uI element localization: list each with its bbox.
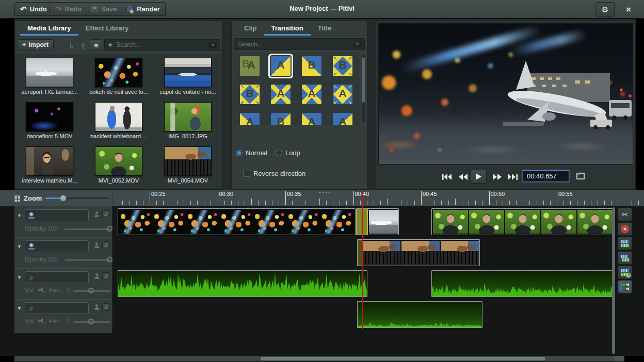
portrait-clip[interactable] — [431, 208, 614, 235]
audio-clip[interactable] — [357, 301, 482, 328]
layer-name-entry[interactable]: ♫ — [25, 302, 89, 314]
mode-radio-normal[interactable] — [236, 150, 243, 156]
transition-tile[interactable]: BA — [240, 56, 260, 76]
layer-name-entry[interactable] — [25, 240, 89, 252]
transition-tile[interactable]: A↖↗↙↘ — [302, 85, 321, 104]
transition-tile[interactable]: A↖↗↙↘ — [240, 113, 260, 125]
play-pause-button[interactable] — [471, 170, 487, 184]
speaker-muted-icon[interactable]: × — [38, 318, 45, 323]
transition-tile[interactable]: B↖↗↙↘ — [271, 113, 291, 125]
transitions-grid: BAABB↖↗↙↘B↖↗↙↘A↖↗↙↘A↖↗↙↘A↖↗↙↘A↖↗↙↘B↖↗↙↘A… — [233, 53, 360, 125]
audio-clip[interactable] — [118, 270, 367, 297]
person-icon[interactable] — [94, 242, 100, 248]
transition-tile[interactable]: B — [302, 56, 321, 76]
save-button[interactable]: Save — [86, 2, 122, 16]
keyboard-clip[interactable] — [357, 239, 480, 266]
redo-button[interactable]: Redo — [50, 2, 87, 16]
group-tool-button[interactable] — [618, 237, 632, 250]
reverse-direction-checkbox[interactable] — [243, 170, 250, 177]
layer-checkbox[interactable]: ✓ — [102, 210, 110, 218]
transition-tile[interactable]: A↖↗↙↘ — [271, 85, 291, 104]
remove-clip-button[interactable]: − — [56, 40, 65, 50]
transition-tile[interactable]: A — [271, 56, 291, 76]
speaker-muted-icon[interactable]: × — [38, 287, 45, 292]
media-item[interactable]: hackfest whiteboard ... — [84, 101, 153, 145]
go-to-start-button[interactable] — [440, 172, 454, 182]
zoom-slider-track[interactable] — [45, 198, 108, 199]
go-to-end-button[interactable] — [506, 172, 519, 182]
audio-clip[interactable] — [431, 270, 614, 297]
rewind-button[interactable] — [456, 172, 470, 182]
transition-tile[interactable]: A↖↗↙↘ — [333, 113, 352, 125]
media-item[interactable]: MVI_0052.MOV — [84, 145, 153, 190]
expander-icon[interactable]: ▾ — [18, 243, 21, 249]
undo-button[interactable]: Undo — [14, 2, 53, 16]
playhead[interactable] — [362, 191, 363, 329]
media-item[interactable]: interview mathieu.M... — [15, 145, 84, 190]
transition-tile[interactable]: A↖↗↙↘ — [333, 85, 352, 104]
media-item[interactable]: capot de voiture - no... — [153, 57, 222, 101]
opacity-slider-handle[interactable] — [107, 226, 112, 232]
tab-media-library[interactable]: Media Library — [20, 21, 78, 36]
library-view-menu-button[interactable]: ≡ — [90, 39, 102, 51]
pan-slider-handle[interactable] — [88, 319, 94, 324]
transitions-scrollbar-thumb[interactable] — [362, 57, 365, 103]
tab-title[interactable]: Title — [311, 21, 339, 36]
opacity-slider-handle[interactable] — [107, 257, 112, 262]
media-item[interactable]: IMG_0012.JPG — [153, 101, 222, 145]
transition-tile[interactable]: B↖↗↙↘ — [240, 85, 260, 104]
layer-name-entry[interactable] — [25, 209, 89, 221]
delete-tool-button[interactable]: × — [618, 222, 632, 236]
expander-icon[interactable]: ▾ — [18, 212, 21, 218]
transition-tile[interactable]: A↖↗↙↘ — [302, 113, 321, 125]
tab-transition[interactable]: Transition — [264, 21, 311, 36]
layer-checkbox[interactable]: ✓ — [102, 272, 110, 280]
align-tool-button[interactable] — [618, 266, 632, 279]
render-button[interactable]: Render — [121, 2, 166, 16]
media-item[interactable]: aéroport TXL tarmac... — [15, 57, 84, 101]
ungroup-tool-button[interactable] — [618, 251, 632, 265]
layer-name-entry[interactable]: ♫ — [25, 271, 89, 283]
undock-viewer-button[interactable] — [576, 173, 585, 179]
expander-icon[interactable]: ▾ — [18, 305, 21, 311]
media-item[interactable]: MVI_0054.MOV — [153, 145, 222, 190]
fast-forward-button[interactable] — [490, 172, 504, 182]
mode-radio-loop[interactable] — [276, 150, 282, 156]
person-icon[interactable] — [94, 273, 100, 279]
expander-icon[interactable]: ▾ — [18, 274, 21, 280]
transition-search-input[interactable] — [237, 40, 351, 48]
transition-letter: B — [302, 59, 321, 71]
zoom-fit-icon[interactable] — [14, 195, 20, 202]
pane-handle-dots[interactable] — [318, 192, 332, 193]
interview-thumbnail — [26, 146, 73, 176]
transition-tile[interactable]: B↖↗↙↘ — [333, 56, 352, 76]
timeline-vscrollbar[interactable] — [612, 207, 615, 354]
layer-checkbox[interactable]: ✓ — [102, 241, 110, 249]
tab-effect-library[interactable]: Effect Library — [78, 21, 136, 36]
clear-search-icon[interactable]: ✕ — [208, 42, 217, 48]
media-search-input[interactable] — [115, 41, 206, 49]
opacity-slider-track[interactable] — [65, 228, 111, 230]
clear-search-icon[interactable]: ✕ — [353, 41, 362, 47]
person-icon[interactable] — [94, 211, 100, 217]
timecode-entry[interactable] — [523, 170, 569, 182]
person-icon[interactable] — [94, 304, 100, 310]
split-tool-button[interactable]: ✂ — [618, 208, 632, 221]
timeline-ruler[interactable]: 00:2500:3000:3500:4000:4500:5000:55 — [115, 190, 644, 206]
close-button[interactable]: × — [621, 3, 636, 16]
insert-at-end-button[interactable] — [78, 40, 88, 50]
bokeh-clip[interactable] — [118, 208, 356, 235]
tab-clip[interactable]: Clip — [237, 21, 264, 36]
layer-checkbox[interactable]: ✓ — [102, 303, 110, 311]
clip-properties-button[interactable] — [67, 40, 76, 50]
timeline-body: ▾✓Opacity:100▾✓Opacity:100▾♫✓Vol:×Pan:0▾… — [0, 206, 644, 356]
app-menu-button[interactable]: ⚙ — [595, 2, 615, 17]
media-item[interactable]: dancefloor 5.MOV — [15, 101, 84, 145]
gapless-tool-button[interactable] — [618, 280, 632, 293]
media-item[interactable]: bokeh de nuit avec fo... — [84, 57, 153, 101]
opacity-slider-track[interactable] — [65, 259, 111, 261]
zoom-slider-handle[interactable] — [60, 195, 67, 202]
bottom-scrollbar-thumb[interactable] — [261, 357, 545, 360]
import-button[interactable]: + Import — [17, 39, 54, 51]
pan-slider-handle[interactable] — [88, 288, 94, 293]
